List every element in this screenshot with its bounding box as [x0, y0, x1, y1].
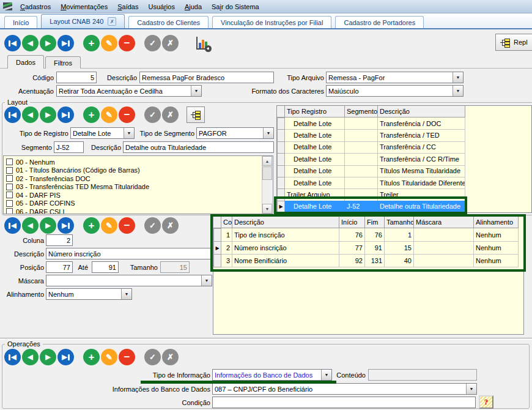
mascara-combo[interactable]: ▼	[46, 275, 212, 286]
columns-insert-record-button[interactable]: +	[83, 217, 100, 234]
main-delete-record-button[interactable]: −	[119, 35, 135, 51]
alinhamento-combo[interactable]: Nenhum ▼	[46, 288, 132, 300]
grid-cell[interactable]: Nenhum	[474, 241, 519, 255]
tab-cadastro-de-portadores[interactable]: Cadastro de Portadores	[335, 16, 424, 28]
coluna-input[interactable]	[46, 234, 73, 246]
operations-next-record-button[interactable]: ▶	[40, 349, 56, 365]
grid-cell[interactable]: Número inscrição	[232, 241, 339, 255]
grid-cell[interactable]: Títulos Mesma Titularidade	[378, 165, 465, 177]
list-scrollbar[interactable]: ▲ ▼	[262, 156, 273, 214]
grid-cell[interactable]	[414, 241, 474, 255]
list-item[interactable]: 06 - DARF CSLL	[6, 207, 67, 214]
grid-cell[interactable]: Detalhe Lote	[285, 117, 345, 130]
registros-grid[interactable]: Tipo RegistroSegmentoDescriçãoDetalhe Lo…	[276, 105, 532, 213]
checkbox[interactable]	[6, 208, 13, 214]
main-insert-record-button[interactable]: +	[83, 35, 100, 51]
columns-next-record-button[interactable]: ▶	[40, 217, 56, 234]
grid-cell[interactable]: Detalhe Lote	[285, 177, 345, 189]
chevron-down-icon[interactable]: ▼	[124, 128, 134, 138]
tab-filtros[interactable]: Filtros	[45, 56, 81, 69]
tab-inicio[interactable]: Início	[4, 16, 37, 28]
list-item[interactable]: 04 - DARF PIS	[6, 191, 61, 199]
layout-last-record-button[interactable]: ▶	[57, 106, 74, 123]
columns-first-record-button[interactable]: ◀	[4, 217, 21, 234]
grid-cell[interactable]: Detalhe Lote	[285, 201, 345, 213]
col-descricao-input[interactable]	[46, 248, 212, 259]
list-item[interactable]: 05 - DARF COFINS	[6, 199, 75, 207]
grid-cell[interactable]	[414, 228, 474, 242]
operations-insert-record-button[interactable]: +	[83, 349, 100, 365]
layout-delete-record-button[interactable]: −	[119, 106, 135, 123]
grid-cell[interactable]	[345, 177, 378, 189]
tab-cadastro-de-clientes[interactable]: Cadastro de Clientes	[128, 16, 209, 28]
grid-cell[interactable]: 76	[339, 228, 365, 242]
layout-next-record-button[interactable]: ▶	[40, 106, 56, 123]
checkbox[interactable]	[6, 200, 13, 207]
list-item[interactable]: 01 - Títulos Bancários (Código de Barras…	[6, 166, 140, 174]
menu-item-usuarios[interactable]: Usuários	[143, 2, 179, 12]
tab-layout-cnab-240[interactable]: Layout CNAB 240✗	[41, 14, 125, 28]
posicao-input[interactable]	[46, 261, 73, 273]
row-indicator[interactable]	[277, 129, 285, 141]
scroll-up-icon[interactable]: ▲	[262, 156, 272, 166]
row-indicator[interactable]	[277, 165, 285, 177]
layout-post-record-button[interactable]: ✓	[144, 106, 161, 123]
checkbox[interactable]	[6, 175, 13, 182]
operations-cancel-record-button[interactable]: ✗	[162, 349, 179, 365]
grid-cell[interactable]	[414, 254, 474, 267]
list-item[interactable]: 03 - Transferências TED Mesma Titularida…	[6, 183, 149, 191]
scroll-down-icon[interactable]: ▼	[262, 204, 272, 214]
row-indicator[interactable]	[213, 254, 221, 267]
grid-cell[interactable]: Nenhum	[474, 228, 519, 242]
row-indicator[interactable]	[277, 177, 285, 189]
grid-cell[interactable]: 1	[385, 228, 414, 242]
layout-cancel-record-button[interactable]: ✗	[162, 106, 179, 123]
grid-cell[interactable]	[345, 153, 378, 165]
chevron-down-icon[interactable]: ▼	[466, 384, 476, 394]
tipo-registro-combo[interactable]: Detalhe Lote ▼	[70, 127, 135, 139]
checkbox[interactable]	[6, 184, 13, 190]
grid-cell[interactable]	[345, 165, 378, 177]
grid-cell[interactable]: Nome Benificiário	[232, 254, 339, 267]
chevron-down-icon[interactable]: ▼	[201, 275, 212, 286]
row-indicator[interactable]	[277, 117, 285, 130]
condicao-input[interactable]	[212, 397, 476, 408]
codigo-input[interactable]	[56, 72, 97, 83]
checkbox[interactable]	[6, 192, 13, 198]
main-next-record-button[interactable]: ▶	[40, 35, 56, 51]
acentuacao-combo[interactable]: Retirar Toda Acentuação e Cedilha ▼	[56, 85, 202, 97]
main-last-record-button[interactable]: ▶	[57, 35, 74, 51]
chevron-down-icon[interactable]: ▼	[191, 86, 201, 96]
info-banco-combo[interactable]: 087 – CNPJ/CPF do Beneficiário ▼	[212, 383, 477, 395]
columns-prior-record-button[interactable]: ◀	[22, 217, 39, 234]
main-edit-record-button[interactable]: ✎	[101, 35, 117, 51]
grid-cell[interactable]: 92	[339, 254, 365, 267]
grid-cell[interactable]: Transferência / DOC	[378, 117, 465, 130]
main-prior-record-button[interactable]: ◀	[22, 35, 39, 51]
tipo-segmento-combo[interactable]: PAGFOR ▼	[196, 127, 274, 139]
grid-cell[interactable]: 91	[365, 241, 385, 255]
grid-cell[interactable]: 15	[385, 241, 414, 255]
operations-first-record-button[interactable]: ◀	[4, 349, 21, 365]
grid-cell[interactable]: 131	[365, 254, 385, 267]
grid-cell[interactable]: Títulos Titularidade Diferente	[378, 177, 465, 189]
columns-last-record-button[interactable]: ▶	[57, 217, 74, 234]
chevron-down-icon[interactable]: ▼	[453, 86, 463, 96]
grid-cell[interactable]: Detalhe Lote	[285, 141, 345, 154]
grid-cell[interactable]: J-52	[345, 201, 378, 213]
row-indicator[interactable]: ▶	[277, 201, 285, 213]
checkbox[interactable]	[6, 158, 13, 165]
main-post-record-button[interactable]: ✓	[144, 35, 161, 51]
tab-close-icon[interactable]: ✗	[108, 17, 116, 26]
colunas-grid[interactable]: Col.DescriçãoInícioFimTamanhoMáscaraAlin…	[213, 216, 524, 335]
ate-input[interactable]	[92, 261, 119, 273]
grid-cell[interactable]: 3	[221, 254, 232, 267]
scrollbar-thumb[interactable]	[262, 166, 272, 180]
grid-cell[interactable]: Trailer Arquivo	[285, 188, 345, 201]
segmento-input[interactable]	[54, 141, 84, 153]
layout-replicate-button[interactable]	[187, 106, 205, 123]
replicate-button[interactable]: Repl	[495, 34, 532, 51]
grid-cell[interactable]: Transferência / CC	[378, 141, 465, 154]
grid-cell[interactable]: 2	[221, 241, 232, 255]
chevron-down-icon[interactable]: ▼	[321, 370, 331, 380]
